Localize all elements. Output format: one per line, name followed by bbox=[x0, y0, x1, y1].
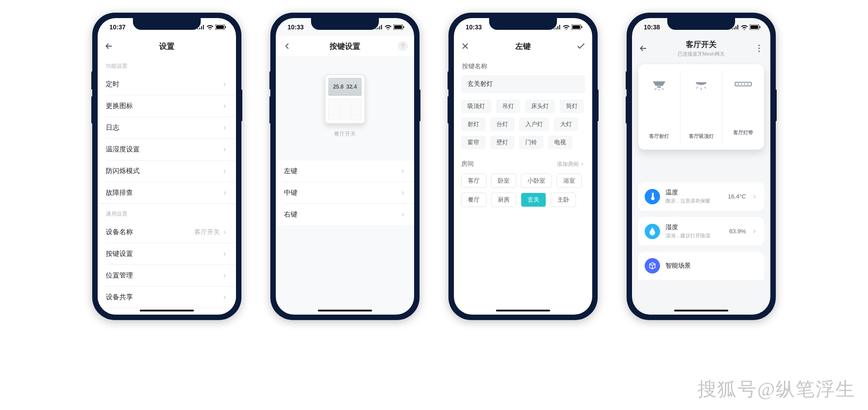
wifi-icon bbox=[563, 25, 570, 30]
chevron-right-icon bbox=[222, 146, 228, 153]
name-tag[interactable]: 窗帘 bbox=[461, 136, 486, 149]
room-tag[interactable]: 浴室 bbox=[557, 174, 582, 188]
settings-row[interactable]: 温湿度设置 bbox=[98, 139, 236, 160]
page-subtitle: 已连接蓝牙Mesh网关 bbox=[678, 51, 725, 57]
ceiling-light-icon bbox=[693, 80, 709, 92]
switch-1[interactable]: 客厅吸顶灯 bbox=[680, 71, 722, 145]
wifi-icon bbox=[207, 25, 213, 30]
back-button[interactable] bbox=[104, 36, 114, 56]
device-hum: 32.4 bbox=[346, 84, 357, 90]
key-label: 左键 bbox=[284, 167, 297, 175]
settings-row[interactable]: 更换图标 bbox=[98, 95, 236, 117]
settings-row[interactable]: 防闪烁模式 bbox=[98, 160, 236, 182]
name-tag[interactable]: 电视 bbox=[548, 136, 572, 149]
settings-row[interactable]: 定时 bbox=[98, 74, 236, 95]
chevron-right-icon bbox=[222, 81, 228, 88]
name-tag[interactable]: 入户灯 bbox=[519, 118, 549, 131]
name-tag[interactable]: 吊灯 bbox=[496, 99, 520, 113]
device-image: 25.8 32.4 bbox=[325, 74, 365, 124]
scene-row[interactable]: 智能场景 bbox=[638, 252, 764, 280]
section-header-general: 通用设置 bbox=[98, 204, 236, 221]
navbar: 左键 bbox=[454, 36, 592, 56]
scene-title: 智能场景 bbox=[665, 262, 758, 270]
key-label: 中键 bbox=[284, 189, 297, 197]
close-button[interactable] bbox=[460, 36, 470, 56]
chevron-right-icon bbox=[222, 190, 228, 196]
row-value: 客厅开关 bbox=[194, 228, 220, 236]
switch-0[interactable]: 客厅射灯 bbox=[638, 71, 680, 145]
name-tag[interactable]: 筒灯 bbox=[560, 99, 584, 113]
status-time: 10:33 bbox=[466, 24, 482, 31]
chevron-right-icon bbox=[222, 125, 228, 131]
status-icons bbox=[554, 24, 582, 30]
battery-icon bbox=[750, 24, 760, 30]
name-tag[interactable]: 壁灯 bbox=[490, 136, 514, 149]
settings-row[interactable]: 位置管理 bbox=[98, 265, 236, 286]
settings-list: 功能设置 定时更换图标日志温湿度设置防闪烁模式故障排查 通用设置 设备名称客厅开… bbox=[98, 56, 236, 315]
wifi-icon bbox=[741, 25, 748, 30]
battery-icon bbox=[215, 24, 226, 30]
room-tag[interactable]: 客厅 bbox=[461, 174, 486, 188]
help-button[interactable]: ? bbox=[398, 36, 408, 56]
switch-1-label: 客厅吸顶灯 bbox=[689, 133, 714, 140]
temp-value: 16.4°C bbox=[728, 193, 746, 200]
room-label: 房间 bbox=[461, 160, 474, 168]
key-row[interactable]: 中键 bbox=[276, 182, 414, 203]
name-tag[interactable]: 吸顶灯 bbox=[461, 99, 491, 113]
key-row[interactable]: 左键 bbox=[276, 160, 414, 182]
name-tag[interactable]: 台灯 bbox=[490, 118, 514, 131]
name-tag[interactable]: 床头灯 bbox=[525, 99, 555, 113]
chevron-right-icon bbox=[400, 190, 406, 196]
room-tag[interactable]: 主卧 bbox=[551, 193, 576, 207]
phone-frame-4: 10:38 客厅开关 已连接蓝牙Mesh网关 bbox=[627, 13, 776, 320]
navbar: 客厅开关 已连接蓝牙Mesh网关 bbox=[632, 36, 770, 61]
row-label: 防闪烁模式 bbox=[106, 167, 140, 175]
key-row[interactable]: 右键 bbox=[276, 204, 414, 225]
temp-subtitle: 微凉，注意添衣保暖 bbox=[665, 198, 722, 204]
settings-row[interactable]: 设备共享 bbox=[98, 287, 236, 308]
home-indicator[interactable] bbox=[496, 310, 550, 311]
row-label: 故障排查 bbox=[106, 189, 133, 197]
home-indicator[interactable] bbox=[140, 310, 194, 311]
back-button[interactable] bbox=[282, 36, 292, 56]
back-button[interactable] bbox=[638, 36, 648, 61]
temp-row[interactable]: 温度 微凉，注意添衣保暖 16.4°C bbox=[638, 182, 764, 211]
room-tag[interactable]: 小卧室 bbox=[521, 174, 552, 188]
status-icons bbox=[198, 24, 226, 30]
close-icon bbox=[460, 41, 470, 51]
check-icon bbox=[576, 41, 586, 51]
home-indicator[interactable] bbox=[674, 310, 728, 311]
name-tag[interactable]: 门铃 bbox=[519, 136, 543, 149]
room-tag[interactable]: 卧室 bbox=[491, 174, 516, 188]
room-tag[interactable]: 餐厅 bbox=[461, 193, 486, 207]
svg-rect-2 bbox=[225, 26, 226, 28]
settings-row[interactable]: 日志 bbox=[98, 117, 236, 138]
switch-2-label: 客厅灯带 bbox=[733, 129, 753, 136]
home-indicator[interactable] bbox=[318, 310, 372, 311]
name-tag[interactable]: 大灯 bbox=[554, 118, 578, 131]
humidity-row[interactable]: 湿度 湿润，建议打开除湿 63.9% bbox=[638, 217, 764, 245]
hum-subtitle: 湿润，建议打开除湿 bbox=[665, 232, 724, 239]
chevron-right-icon bbox=[751, 228, 758, 235]
settings-row[interactable]: 故障排查 bbox=[98, 182, 236, 203]
status-time: 10:37 bbox=[109, 24, 126, 31]
settings-row[interactable]: 按键设置 bbox=[98, 243, 236, 264]
notch bbox=[133, 18, 201, 30]
room-tag[interactable]: 厨房 bbox=[491, 193, 516, 207]
droplet-icon bbox=[645, 224, 660, 239]
key-name-input[interactable] bbox=[461, 75, 585, 93]
settings-row[interactable]: 设备名称客厅开关 bbox=[98, 221, 236, 243]
add-room-button[interactable]: 添加房间 bbox=[557, 160, 585, 168]
page-title: 左键 bbox=[515, 41, 531, 52]
name-tag[interactable]: 射灯 bbox=[461, 118, 486, 131]
svg-rect-5 bbox=[403, 26, 404, 28]
chevron-left-icon bbox=[282, 41, 292, 51]
switch-2[interactable]: 客厅灯带 bbox=[722, 71, 764, 145]
status-icons bbox=[376, 24, 404, 30]
watermark: 搜狐号@纵笔浮生 bbox=[698, 377, 855, 402]
svg-rect-1 bbox=[216, 25, 224, 29]
confirm-button[interactable] bbox=[576, 36, 586, 56]
row-label: 定时 bbox=[106, 80, 119, 89]
more-button[interactable] bbox=[754, 36, 764, 61]
room-tag[interactable]: 玄关 bbox=[521, 193, 546, 207]
